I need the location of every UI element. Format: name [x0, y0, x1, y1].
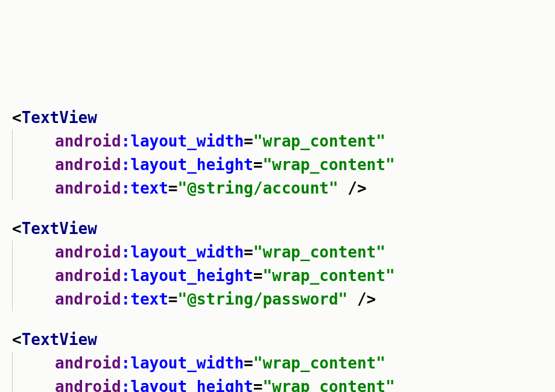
angle-bracket-open: <: [12, 109, 22, 127]
code-line: <TextView: [12, 328, 543, 352]
indent-guide: [12, 288, 55, 311]
xml-tag-name: TextView: [22, 220, 97, 238]
indent-guide: [12, 153, 55, 177]
xml-attribute-name: layout_height: [130, 267, 253, 285]
angle-bracket-open: <: [12, 220, 22, 238]
xml-namespace: android: [55, 156, 121, 174]
indent-guide: [12, 375, 55, 392]
colon: :: [121, 243, 131, 261]
code-line: android:layout_height="wrap_content": [12, 153, 543, 177]
code-line: <TextView: [12, 106, 543, 130]
self-close-tag: />: [338, 179, 367, 197]
xml-namespace: android: [55, 132, 121, 150]
equals-sign: =: [253, 378, 263, 392]
equals-sign: =: [253, 156, 263, 174]
indent-guide: [12, 130, 55, 153]
code-line: <TextView: [12, 217, 543, 241]
colon: :: [121, 179, 131, 197]
xml-namespace: android: [55, 378, 121, 392]
code-snippet: <TextView android:layout_width="wrap_con…: [12, 106, 543, 392]
xml-attribute-value: "@string/password": [178, 290, 348, 308]
xml-attribute-value: "wrap_content": [262, 378, 395, 392]
xml-attribute-name: layout_height: [130, 378, 253, 392]
xml-namespace: android: [55, 290, 121, 308]
xml-attribute-name: text: [130, 290, 168, 308]
colon: :: [121, 378, 131, 392]
indent-guide: [12, 177, 55, 200]
xml-namespace: android: [55, 243, 121, 261]
xml-tag-name: TextView: [22, 109, 97, 127]
xml-attribute-name: text: [130, 179, 168, 197]
xml-tag-name: TextView: [22, 330, 97, 349]
indent-guide: [12, 264, 55, 288]
code-line: android:layout_width="wrap_content": [12, 241, 543, 264]
xml-namespace: android: [55, 179, 121, 197]
code-line: android:layout_width="wrap_content": [12, 130, 543, 153]
xml-attribute-name: layout_width: [130, 354, 244, 372]
xml-attribute-value: "wrap_content": [262, 156, 395, 174]
colon: :: [121, 354, 131, 372]
code-line: android:text="@string/password" />: [12, 288, 543, 311]
self-close-tag: />: [347, 290, 376, 308]
xml-attribute-value: "wrap_content": [253, 243, 385, 261]
code-line: android:layout_height="wrap_content": [12, 375, 543, 392]
equals-sign: =: [244, 132, 253, 150]
xml-element-block: <TextView android:layout_width="wrap_con…: [12, 217, 543, 311]
indent-guide: [12, 241, 55, 264]
colon: :: [121, 267, 131, 285]
angle-bracket-open: <: [12, 330, 22, 349]
code-line: android:text="@string/account" />: [12, 177, 543, 200]
xml-attribute-value: "wrap_content": [262, 267, 395, 285]
equals-sign: =: [244, 354, 253, 372]
colon: :: [121, 132, 131, 150]
xml-attribute-name: layout_height: [130, 156, 253, 174]
equals-sign: =: [253, 267, 263, 285]
code-line: android:layout_width="wrap_content": [12, 352, 543, 375]
xml-attribute-value: "wrap_content": [253, 132, 385, 150]
xml-element-block: <TextView android:layout_width="wrap_con…: [12, 328, 543, 392]
colon: :: [121, 290, 131, 308]
xml-attribute-value: "@string/account": [178, 179, 338, 197]
xml-namespace: android: [55, 354, 121, 372]
xml-element-block: <TextView android:layout_width="wrap_con…: [12, 106, 543, 200]
colon: :: [121, 156, 131, 174]
code-line: android:layout_height="wrap_content": [12, 264, 543, 288]
xml-attribute-name: layout_width: [130, 243, 244, 261]
xml-attribute-value: "wrap_content": [253, 354, 385, 372]
xml-namespace: android: [55, 267, 121, 285]
equals-sign: =: [168, 290, 178, 308]
equals-sign: =: [244, 243, 253, 261]
equals-sign: =: [168, 179, 178, 197]
indent-guide: [12, 352, 55, 375]
xml-attribute-name: layout_width: [130, 132, 244, 150]
